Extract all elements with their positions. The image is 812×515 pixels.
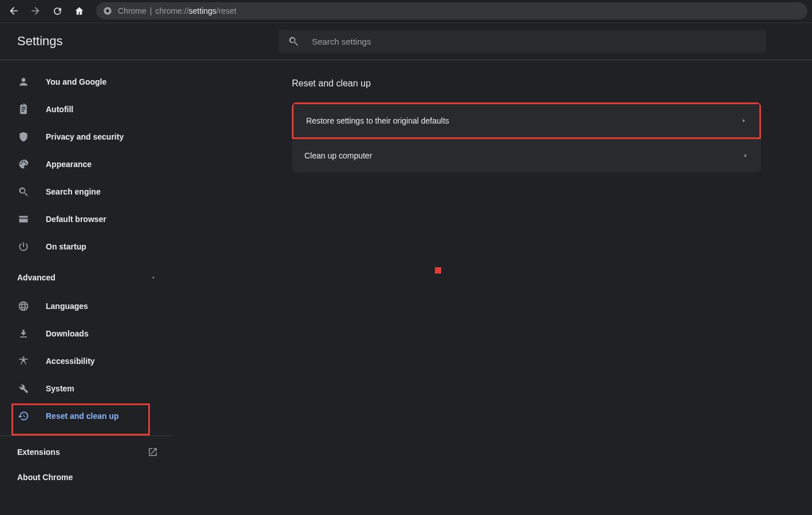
sidebar-item-label: Appearance xyxy=(46,160,92,169)
accessibility-icon xyxy=(17,355,30,367)
nav-forward-button[interactable] xyxy=(26,2,45,20)
settings-search-input[interactable] xyxy=(311,36,757,47)
chrome-icon xyxy=(103,6,112,15)
sidebar-item-autofill[interactable]: Autofill xyxy=(0,98,172,121)
search-icon xyxy=(17,185,30,198)
sidebar-item-label: You and Google xyxy=(46,77,106,86)
sidebar-item-downloads[interactable]: Downloads xyxy=(0,322,172,345)
sidebar-item-on-startup[interactable]: On startup xyxy=(0,235,172,258)
browser-icon xyxy=(17,213,30,225)
sidebar-about-chrome[interactable]: About Chrome xyxy=(0,466,172,489)
settings-search[interactable] xyxy=(279,30,766,53)
sidebar-item-label: Accessibility xyxy=(46,356,95,366)
restore-icon xyxy=(17,410,30,422)
search-icon xyxy=(288,35,299,47)
omnibox-url-host: settings xyxy=(189,6,216,15)
sidebar-item-system[interactable]: System xyxy=(0,377,172,400)
download-icon xyxy=(17,327,30,340)
sidebar-advanced-toggle[interactable]: Advanced xyxy=(0,266,172,289)
omnibox[interactable]: Chrome | chrome://settings/reset xyxy=(96,2,807,19)
sidebar-item-label: Languages xyxy=(46,302,88,311)
omnibox-url-path: /reset xyxy=(216,6,236,15)
sidebar-item-label: Default browser xyxy=(46,215,106,224)
nav-home-button[interactable] xyxy=(70,2,88,20)
sidebar-item-search-engine[interactable]: Search engine xyxy=(0,180,172,203)
sidebar-item-label: Reset and clean up xyxy=(46,411,119,421)
row-label: Restore settings to their original defau… xyxy=(306,116,449,125)
settings-main: Reset and clean up Restore settings to t… xyxy=(172,60,812,515)
power-icon xyxy=(17,240,30,253)
chevron-right-icon xyxy=(741,118,747,124)
row-label: Clean up computer xyxy=(304,151,372,160)
person-icon xyxy=(17,76,30,88)
sidebar-about-label: About Chrome xyxy=(17,473,73,482)
sidebar-item-privacy[interactable]: Privacy and security xyxy=(0,125,172,148)
sidebar-advanced-label: Advanced xyxy=(17,273,56,282)
row-restore-defaults[interactable]: Restore settings to their original defau… xyxy=(292,102,761,139)
sidebar-divider xyxy=(0,435,172,436)
globe-icon xyxy=(17,300,30,312)
omnibox-url-scheme: chrome:// xyxy=(155,6,188,15)
row-clean-up-computer[interactable]: Clean up computer xyxy=(292,139,761,172)
sidebar-item-label: Privacy and security xyxy=(46,132,124,141)
highlight-marker-dot xyxy=(435,267,441,274)
section-title: Reset and clean up xyxy=(292,78,766,89)
settings-title: Settings xyxy=(17,34,63,49)
reset-card: Restore settings to their original defau… xyxy=(292,102,761,172)
sidebar-item-default-browser[interactable]: Default browser xyxy=(0,208,172,231)
nav-reload-button[interactable] xyxy=(48,2,66,20)
sidebar-item-you-and-google[interactable]: You and Google xyxy=(0,70,172,93)
sidebar-item-label: Downloads xyxy=(46,329,89,338)
sidebar-extensions[interactable]: Extensions xyxy=(0,441,172,464)
sidebar-item-accessibility[interactable]: Accessibility xyxy=(0,350,172,373)
sidebar-item-reset[interactable]: Reset and clean up xyxy=(0,405,172,427)
sidebar-item-label: System xyxy=(46,384,74,393)
settings-sidebar: You and Google Autofill Privacy and secu… xyxy=(0,60,172,515)
svg-point-1 xyxy=(106,9,109,12)
browser-toolbar: Chrome | chrome://settings/reset xyxy=(0,0,812,22)
sidebar-item-languages[interactable]: Languages xyxy=(0,295,172,318)
clipboard-icon xyxy=(17,103,30,116)
sidebar-item-label: Autofill xyxy=(46,105,73,114)
shield-icon xyxy=(17,130,30,143)
settings-header: Settings xyxy=(0,23,812,60)
wrench-icon xyxy=(17,382,30,395)
palette-icon xyxy=(17,158,30,171)
sidebar-item-appearance[interactable]: Appearance xyxy=(0,153,172,176)
omnibox-divider: | xyxy=(150,6,152,15)
chevron-up-icon xyxy=(150,274,157,281)
sidebar-item-label: On startup xyxy=(46,242,86,251)
sidebar-extensions-label: Extensions xyxy=(17,447,60,457)
omnibox-prefix: Chrome xyxy=(118,6,146,15)
chevron-right-icon xyxy=(743,153,748,159)
sidebar-item-label: Search engine xyxy=(46,187,101,196)
open-in-new-icon xyxy=(148,447,158,457)
nav-back-button[interactable] xyxy=(5,2,23,20)
